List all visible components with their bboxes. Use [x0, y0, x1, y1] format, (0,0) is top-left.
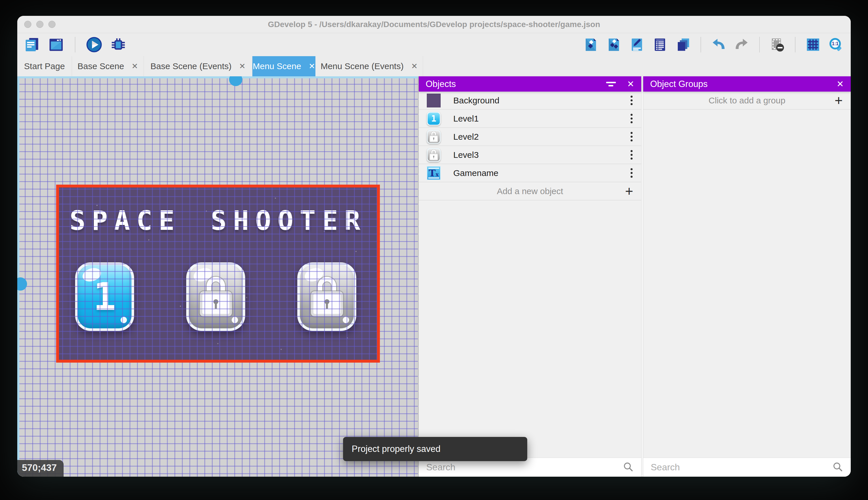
tab-base-scene-events[interactable]: Base Scene (Events) ✕: [144, 56, 253, 76]
minimize-window-button[interactable]: [36, 21, 44, 28]
toolbar-right: 1:1: [583, 36, 844, 53]
close-window-button[interactable]: [24, 21, 31, 28]
background-thumbnail: [427, 94, 441, 107]
debug-icon[interactable]: [110, 36, 127, 53]
objects-panel-title: Objects: [426, 79, 456, 89]
kebab-menu-icon[interactable]: [628, 167, 635, 179]
toolbar: 1:1: [17, 33, 851, 56]
properties-icon[interactable]: [629, 36, 645, 53]
lock-icon: [430, 149, 438, 160]
tabbar: Start Page Base Scene ✕ Base Scene (Even…: [17, 56, 851, 76]
groups-search-bar: [643, 458, 851, 477]
level1-number: 1: [93, 274, 116, 319]
objects-editor-icon[interactable]: [583, 36, 599, 53]
toolbar-separator: [75, 37, 75, 53]
panel-divider[interactable]: [641, 76, 643, 477]
level1-thumbnail: 1: [427, 112, 441, 126]
object-name: Level1: [453, 114, 628, 124]
object-groups-panel-title: Object Groups: [650, 79, 708, 89]
object-name: Gamename: [453, 168, 628, 178]
object-name: Level2: [453, 132, 628, 142]
toolbar-separator: [795, 37, 796, 53]
content: SPACE SHOOTER 1: [17, 76, 851, 477]
redo-icon[interactable]: [733, 36, 750, 53]
save-toast-message: Project properly saved: [352, 444, 440, 454]
level3-button-instance[interactable]: [297, 262, 356, 331]
add-new-object-label: Add a new object: [419, 186, 641, 196]
add-group-label: Click to add a group: [643, 95, 851, 105]
tab-label: Menu Scene (Events): [320, 61, 403, 71]
text-object-thumbnail: Tx: [427, 166, 441, 180]
object-row-level3[interactable]: Level3: [419, 146, 641, 164]
search-icon: [832, 462, 843, 474]
project-manager-icon[interactable]: [24, 36, 40, 53]
lock-icon: [430, 131, 438, 142]
window-title: GDevelop 5 - /Users/dkarakay/Documents/G…: [268, 20, 600, 29]
objects-panel: Objects ✕ Background 1 Level1: [419, 76, 641, 477]
scene-editor-canvas[interactable]: SPACE SHOOTER 1: [17, 76, 418, 477]
kebab-menu-icon[interactable]: [628, 113, 635, 124]
tab-close-icon[interactable]: ✕: [308, 61, 315, 71]
toolbar-separator: [701, 37, 701, 53]
scene-title-text-instance[interactable]: SPACE SHOOTER: [56, 205, 380, 236]
plus-icon[interactable]: +: [625, 184, 633, 198]
play-icon[interactable]: [86, 36, 103, 53]
instances-list-icon[interactable]: [652, 36, 668, 53]
kebab-menu-icon[interactable]: [628, 94, 635, 106]
search-icon: [623, 462, 634, 474]
tab-menu-scene[interactable]: Menu Scene ✕: [253, 56, 315, 76]
add-new-object-row[interactable]: Add a new object +: [419, 182, 641, 201]
close-icon[interactable]: ✕: [627, 79, 634, 89]
object-row-level2[interactable]: Level2: [419, 128, 641, 146]
close-icon[interactable]: ✕: [837, 79, 844, 89]
toolbar-left: [24, 36, 127, 53]
objects-search-input[interactable]: [426, 462, 623, 473]
tab-start-page[interactable]: Start Page: [17, 56, 72, 76]
tab-menu-scene-events[interactable]: Menu Scene (Events) ✕: [315, 56, 423, 76]
tab-close-icon[interactable]: ✕: [411, 61, 418, 71]
screen: GDevelop 5 - /Users/dkarakay/Documents/G…: [0, 0, 868, 500]
object-name: Level3: [453, 150, 628, 160]
tab-base-scene[interactable]: Base Scene ✕: [72, 56, 144, 76]
lock-thumbnail: [427, 130, 441, 144]
groups-search-input[interactable]: [651, 462, 832, 473]
lock-thumbnail: [427, 148, 441, 162]
horizontal-scrollbar[interactable]: [17, 76, 418, 78]
plus-icon[interactable]: +: [835, 94, 843, 107]
cursor-coordinates: 570;437: [17, 460, 63, 477]
object-name: Background: [453, 95, 628, 105]
horizontal-scrollbar-thumb[interactable]: [229, 76, 242, 86]
object-row-level1[interactable]: 1 Level1: [419, 110, 641, 128]
save-toast: Project properly saved: [343, 437, 527, 461]
layers-icon[interactable]: [675, 36, 691, 53]
add-group-row[interactable]: Click to add a group +: [643, 92, 851, 110]
vertical-scrollbar-thumb[interactable]: [17, 277, 27, 291]
toolbar-separator: [759, 37, 760, 53]
kebab-menu-icon[interactable]: [628, 149, 635, 161]
object-groups-icon[interactable]: [606, 36, 622, 53]
object-groups-panel: Object Groups ✕ Click to add a group +: [643, 76, 851, 477]
filter-icon[interactable]: [606, 82, 616, 87]
vertical-scrollbar[interactable]: [17, 76, 19, 477]
tab-label: Menu Scene: [253, 61, 301, 71]
zoom-window-button[interactable]: [48, 21, 56, 28]
traffic-lights: [24, 21, 56, 28]
level2-button-instance[interactable]: [186, 262, 245, 331]
object-row-background[interactable]: Background: [419, 92, 641, 110]
level1-thumbnail-number: 1: [431, 113, 436, 124]
object-row-gamename[interactable]: Tx Gamename: [419, 164, 641, 182]
grid-icon[interactable]: [805, 36, 821, 53]
mask-icon[interactable]: [769, 36, 786, 53]
level1-button-instance[interactable]: 1: [75, 262, 134, 331]
objects-panel-header: Objects ✕: [419, 76, 641, 92]
scene-content: SPACE SHOOTER 1: [56, 185, 380, 363]
tab-close-icon[interactable]: ✕: [131, 61, 138, 71]
start-page-icon[interactable]: [48, 36, 64, 53]
gdevelop-window: GDevelop 5 - /Users/dkarakay/Documents/G…: [17, 16, 851, 477]
titlebar: GDevelop 5 - /Users/dkarakay/Documents/G…: [17, 16, 851, 33]
undo-icon[interactable]: [710, 36, 727, 53]
tab-label: Base Scene: [78, 61, 124, 71]
zoom-original-icon[interactable]: 1:1: [828, 36, 844, 53]
kebab-menu-icon[interactable]: [628, 131, 635, 143]
tab-close-icon[interactable]: ✕: [239, 61, 246, 71]
